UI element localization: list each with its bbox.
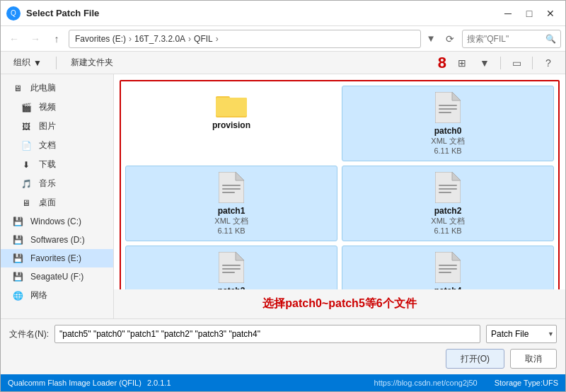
toolbar-separator-1 — [56, 57, 57, 69]
svg-rect-15 — [439, 185, 457, 186]
sidebar-item-download[interactable]: ⬇ 下载 — [1, 155, 113, 174]
address-path[interactable]: Favorites (E:) › 16T_7.3.2.0A › QFIL › — [69, 30, 421, 48]
file-grid: provision — [125, 86, 554, 289]
sidebar-label-network: 网络 — [30, 289, 47, 301]
svg-marker-9 — [236, 172, 244, 180]
drive-f-icon: 💾 — [11, 271, 25, 282]
status-bar: Qualcomm Flash Image Loader (QFIL) 2.0.1… — [1, 374, 565, 391]
main-window: Q Select Patch File ─ □ ✕ ← → ↑ Favorite… — [0, 0, 566, 392]
selection-border: provision — [120, 80, 560, 289]
refresh-button[interactable]: ⟳ — [441, 30, 459, 48]
path-dropdown-button[interactable]: ▼ — [424, 30, 438, 48]
list-item[interactable]: patch0 XML 文档 6.11 KB — [342, 86, 554, 161]
drive-e-icon: 💾 — [11, 253, 25, 264]
storage-type: Storage Type:UFS — [495, 379, 558, 387]
title-bar: Q Select Patch File ─ □ ✕ — [1, 1, 565, 26]
list-item[interactable]: provision — [125, 86, 337, 161]
right-panel: provision — [114, 74, 565, 318]
svg-marker-24 — [452, 252, 461, 260]
sidebar-item-network[interactable]: 🌐 网络 — [1, 286, 113, 305]
list-item[interactable]: patch4 XML 文档 6.12 KB — [342, 246, 554, 289]
back-button[interactable]: ← — [5, 30, 23, 48]
new-folder-label: 新建文件夹 — [71, 57, 113, 69]
address-bar: ← → ↑ Favorites (E:) › 16T_7.3.2.0A › QF… — [1, 26, 565, 52]
badge-8: 8 — [438, 54, 446, 72]
svg-rect-12 — [222, 192, 235, 193]
file-area: provision — [114, 74, 565, 289]
sidebar-label-favorites-e: Favorites (E:) — [30, 253, 81, 263]
minimize-button[interactable]: ─ — [499, 6, 517, 21]
list-item[interactable]: patch1 XML 文档 6.11 KB — [125, 166, 337, 241]
file-name: patch3 — [218, 286, 246, 289]
window-controls: ─ □ ✕ — [499, 6, 560, 21]
download-icon: ⬇ — [19, 159, 33, 171]
file-doc-icon — [219, 172, 244, 203]
sidebar-item-desktop[interactable]: 🖥 桌面 — [1, 193, 113, 212]
file-doc-icon — [435, 92, 461, 123]
sidebar-label-computer: 此电脑 — [30, 82, 56, 94]
sidebar-label-music: 音乐 — [39, 178, 56, 190]
search-input[interactable] — [467, 34, 545, 44]
view-dropdown-button[interactable]: ▼ — [475, 54, 495, 71]
forward-button[interactable]: → — [26, 30, 45, 48]
up-button[interactable]: ↑ — [47, 30, 66, 48]
drive-d-icon: 💾 — [11, 234, 25, 246]
organize-label: 组织 — [13, 57, 30, 69]
sidebar-label-document: 文档 — [39, 139, 56, 151]
path-part-2[interactable]: 16T_7.3.2.0A — [134, 34, 185, 44]
action-row: 打开(O) 取消 — [9, 349, 557, 369]
svg-marker-4 — [452, 92, 461, 100]
folder-icon — [216, 92, 247, 117]
sidebar-label-download: 下载 — [39, 158, 56, 171]
desktop-icon: 🖥 — [19, 197, 33, 209]
sidebar-item-computer[interactable]: 🖥 此电脑 — [1, 79, 113, 98]
website-link: https://blog.csdn.net/cong2j50 — [374, 379, 478, 387]
sidebar-item-music[interactable]: 🎵 音乐 — [1, 174, 113, 193]
toolbar-separator-2 — [500, 57, 501, 69]
list-item[interactable]: patch3 XML 文档 6.11 KB — [125, 246, 337, 289]
bottom-bar: 文件名(N): Patch File 打开(O) 取消 — [1, 318, 565, 374]
search-icon: 🔍 — [545, 34, 556, 44]
file-size: 6.11 KB — [434, 146, 461, 155]
filetype-select-wrapper: Patch File — [486, 325, 557, 343]
filename-input[interactable] — [54, 325, 480, 343]
list-item[interactable]: patch2 XML 文档 6.11 KB — [342, 166, 554, 241]
svg-rect-21 — [222, 268, 241, 270]
filetype-select[interactable]: Patch File — [486, 325, 557, 343]
file-type: XML 文档 — [214, 216, 248, 226]
search-box: 🔍 — [462, 30, 561, 48]
maximize-button[interactable]: □ — [520, 6, 538, 21]
preview-pane-button[interactable]: ▭ — [507, 54, 526, 71]
svg-rect-20 — [222, 265, 241, 266]
organize-button[interactable]: 组织 ▼ — [8, 54, 47, 71]
svg-rect-26 — [439, 268, 457, 270]
svg-rect-25 — [439, 265, 457, 266]
sidebar-item-softwares-d[interactable]: 💾 Softwares (D:) — [1, 231, 113, 249]
picture-icon: 🖼 — [19, 121, 33, 132]
view-grid-button[interactable]: ⊞ — [452, 54, 472, 71]
file-name: patch0 — [434, 126, 462, 136]
new-folder-button[interactable]: 新建文件夹 — [65, 54, 119, 71]
path-part-1[interactable]: Favorites (E:) — [75, 34, 126, 44]
sidebar-item-windows-c[interactable]: 💾 Windows (C:) — [1, 212, 113, 231]
toolbar-separator-3 — [532, 57, 533, 69]
sidebar-item-picture[interactable]: 🖼 图片 — [1, 117, 113, 136]
sidebar: 🖥 此电脑 🎬 视频 🖼 图片 📄 文档 ⬇ 下载 🎵 音乐 — [1, 74, 114, 318]
sidebar-label-video: 视频 — [39, 101, 56, 113]
svg-rect-11 — [222, 188, 241, 190]
sidebar-item-favorites-e[interactable]: 💾 Favorites (E:) — [1, 249, 113, 267]
close-button[interactable]: ✕ — [541, 6, 560, 21]
cancel-button[interactable]: 取消 — [510, 349, 557, 369]
sidebar-label-desktop: 桌面 — [39, 197, 56, 209]
toolbar: 组织 ▼ 新建文件夹 8 ⊞ ▼ ▭ ? — [1, 52, 565, 74]
sidebar-item-video[interactable]: 🎬 视频 — [1, 98, 113, 117]
svg-rect-2 — [216, 98, 247, 116]
sidebar-item-document[interactable]: 📄 文档 — [1, 136, 113, 155]
open-button[interactable]: 打开(O) — [446, 349, 504, 369]
help-button[interactable]: ? — [538, 54, 558, 71]
file-doc-icon — [435, 252, 461, 283]
sidebar-item-seagate-f[interactable]: 💾 SeagateU (F:) — [1, 267, 113, 286]
file-name: provision — [212, 120, 250, 130]
path-part-3[interactable]: QFIL — [194, 34, 213, 44]
content-area: 🖥 此电脑 🎬 视频 🖼 图片 📄 文档 ⬇ 下载 🎵 音乐 — [1, 74, 565, 318]
